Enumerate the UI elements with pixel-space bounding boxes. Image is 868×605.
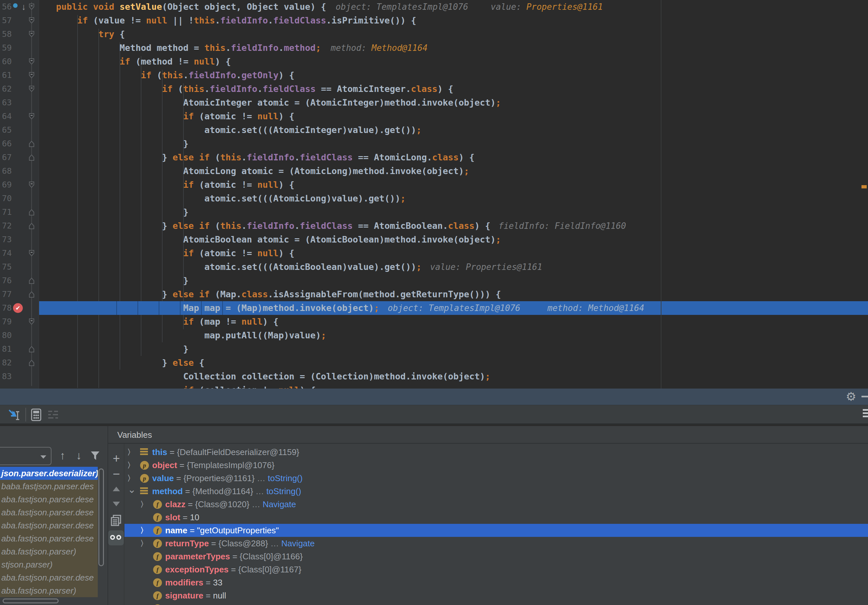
stack-frame-item[interactable]: aba.fastjson.parser) (0, 545, 98, 558)
filter-icon[interactable] (89, 446, 102, 464)
frame-up-button[interactable]: ↑ (56, 446, 69, 464)
move-down-button[interactable] (113, 502, 120, 506)
show-watches-button[interactable] (108, 531, 124, 545)
fold-marker-icon[interactable] (29, 278, 34, 284)
chevron-right-icon[interactable]: 〉 (141, 524, 143, 537)
show-execution-point-icon[interactable] (7, 408, 21, 422)
variable-row-name[interactable]: 〉fname = "getOutputProperties" (124, 524, 868, 537)
variable-row-parameterTypes[interactable]: fparameterTypes = {Class[0]@1166} (124, 550, 868, 563)
code-line-60[interactable]: 60if (method != null) { (0, 55, 868, 68)
code-line-83[interactable]: 83Collection collection = (Collection)me… (0, 370, 868, 383)
chevron-right-icon[interactable]: 〉 (128, 445, 130, 459)
stack-frame-item[interactable]: aba.fastjson.parser.dese (0, 571, 98, 584)
variable-row-signature[interactable]: fsignature = null (124, 589, 868, 602)
fold-marker-icon[interactable] (29, 3, 34, 10)
fold-marker-icon[interactable] (29, 72, 34, 79)
code-line-72[interactable]: 72} else if (this.fieldInfo.fieldClass =… (0, 219, 868, 233)
fold-marker-icon[interactable] (29, 58, 34, 65)
code-line-84[interactable]: if (collection != null) { (0, 383, 868, 389)
variable-row-modifiers[interactable]: fmodifiers = 33 (124, 576, 868, 589)
stack-frames-list[interactable]: json.parser.deserializer)baba.fastjson.p… (0, 467, 98, 597)
fold-marker-icon[interactable] (29, 318, 34, 325)
code-line-63[interactable]: 63AtomicInteger atomic = (AtomicInteger)… (0, 96, 868, 110)
code-line-74[interactable]: 74if (atomic != null) { (0, 247, 868, 260)
code-line-82[interactable]: 82} else { (0, 356, 868, 370)
code-line-79[interactable]: 79if (map != null) { (0, 315, 868, 329)
thread-dropdown[interactable] (0, 447, 51, 465)
stack-frame-item[interactable]: aba.fastjson.parser.dese (0, 519, 98, 532)
code-line-67[interactable]: 67} else if (this.fieldInfo.fieldClass =… (0, 150, 868, 164)
fold-marker-icon[interactable] (29, 209, 34, 216)
fold-marker-icon[interactable] (29, 182, 34, 188)
stack-frame-item[interactable]: baba.fastjson.parser.des (0, 480, 98, 493)
code-line-68[interactable]: 68AtomicLong atomic = (AtomicLong)method… (0, 164, 868, 178)
fold-marker-icon[interactable] (29, 360, 34, 366)
fold-marker-icon[interactable] (29, 154, 34, 161)
value-link[interactable]: toString() (268, 473, 303, 483)
variable-row-genericInfo[interactable]: fgenericInfo = null (124, 602, 868, 605)
stack-frame-item[interactable]: json.parser.deserializer) (0, 467, 98, 480)
chevron-down-icon[interactable]: ⌄ (128, 485, 136, 498)
fold-marker-icon[interactable] (29, 250, 34, 256)
code-line-76[interactable]: 76} (0, 274, 868, 287)
code-line-57[interactable]: 57if (value != null || !this.fieldInfo.f… (0, 14, 868, 27)
breakpoint-icon[interactable]: ✔ (13, 303, 23, 313)
code-line-73[interactable]: 73AtomicBoolean atomic = (AtomicBoolean)… (0, 233, 868, 247)
stack-frame-item[interactable]: stjson.parser) (0, 558, 98, 571)
chevron-right-icon[interactable]: 〉 (128, 472, 130, 485)
stack-frame-item[interactable]: aba.fastjson.parser.dese (0, 493, 98, 506)
variable-row-slot[interactable]: fslot = 10 (124, 511, 868, 524)
code-line-78[interactable]: 78✔Map map = (Map)method.invoke(object);… (0, 301, 868, 315)
code-line-71[interactable]: 71} (0, 205, 868, 219)
fold-marker-icon[interactable] (29, 223, 34, 229)
code-line-56[interactable]: 56↓public void setValue(Object object, O… (0, 0, 868, 14)
error-stripe-mark[interactable] (862, 185, 867, 188)
code-line-64[interactable]: 64if (atomic != null) { (0, 110, 868, 123)
stack-frame-item[interactable]: aba.fastjson.parser.dese (0, 506, 98, 519)
code-line-80[interactable]: 80map.putAll((Map)value); (0, 329, 868, 342)
code-line-75[interactable]: 75atomic.set(((AtomicBoolean)value).get(… (0, 260, 868, 274)
remove-watch-button[interactable]: − (110, 467, 123, 481)
frames-horizontal-scrollbar[interactable] (3, 599, 59, 603)
fold-marker-icon[interactable] (29, 17, 34, 24)
fold-marker-icon[interactable] (29, 141, 34, 147)
fold-marker-icon[interactable] (29, 31, 34, 37)
frame-down-button[interactable]: ↓ (72, 446, 85, 464)
fold-marker-icon[interactable] (29, 86, 34, 92)
evaluate-expression-icon[interactable] (29, 408, 43, 422)
method-entry-icon[interactable] (13, 3, 18, 8)
stack-frame-item[interactable]: aba.fastjson.parser) (0, 584, 98, 597)
add-watch-button[interactable]: + (110, 451, 123, 465)
variable-row-this[interactable]: 〉this = {DefaultFieldDeserializer@1159} (124, 445, 868, 459)
value-link[interactable]: toString() (266, 486, 301, 496)
minimize-icon[interactable] (862, 396, 868, 397)
code-line-65[interactable]: 65atomic.set(((AtomicInteger)value).get(… (0, 123, 868, 137)
variable-row-object[interactable]: 〉pobject = {TemplatesImpl@1076} (124, 459, 868, 472)
chevron-right-icon[interactable]: 〉 (128, 459, 130, 472)
gear-icon[interactable]: ⚙ (844, 389, 858, 404)
variable-row-value[interactable]: 〉pvalue = {Properties@1161} … toString() (124, 472, 868, 485)
frames-vertical-scrollbar[interactable] (98, 468, 104, 566)
code-line-59[interactable]: 59Method method = this.fieldInfo.method;… (0, 41, 868, 55)
code-line-62[interactable]: 62if (this.fieldInfo.fieldClass == Atomi… (0, 82, 868, 96)
code-line-69[interactable]: 69if (atomic != null) { (0, 178, 868, 192)
stack-frame-item[interactable]: aba.fastjson.parser.dese (0, 532, 98, 545)
variables-tree[interactable]: 〉this = {DefaultFieldDeserializer@1159}〉… (124, 444, 868, 605)
variable-row-returnType[interactable]: 〉freturnType = {Class@288} … Navigate (124, 537, 868, 550)
code-line-61[interactable]: 61if (this.fieldInfo.getOnly) { (0, 68, 868, 82)
code-editor[interactable]: 56↓public void setValue(Object object, O… (0, 0, 868, 389)
variable-row-clazz[interactable]: 〉fclazz = {Class@1020} … Navigate (124, 498, 868, 511)
value-link[interactable]: Navigate (263, 500, 296, 509)
code-line-77[interactable]: 77} else if (Map.class.isAssignableFrom(… (0, 287, 868, 301)
chevron-right-icon[interactable]: 〉 (141, 537, 143, 550)
menu-icon[interactable] (863, 409, 868, 421)
fold-marker-icon[interactable] (29, 291, 34, 298)
variable-row-exceptionTypes[interactable]: fexceptionTypes = {Class[0]@1167} (124, 563, 868, 576)
fold-marker-icon[interactable] (29, 346, 34, 352)
layout-settings-icon[interactable] (46, 408, 60, 422)
duplicate-icon[interactable] (110, 513, 123, 527)
code-line-58[interactable]: 58try { (0, 27, 868, 41)
code-line-81[interactable]: 81} (0, 342, 868, 356)
fold-marker-icon[interactable] (29, 113, 34, 119)
variable-row-method[interactable]: ⌄method = {Method@1164} … toString() (124, 485, 868, 498)
